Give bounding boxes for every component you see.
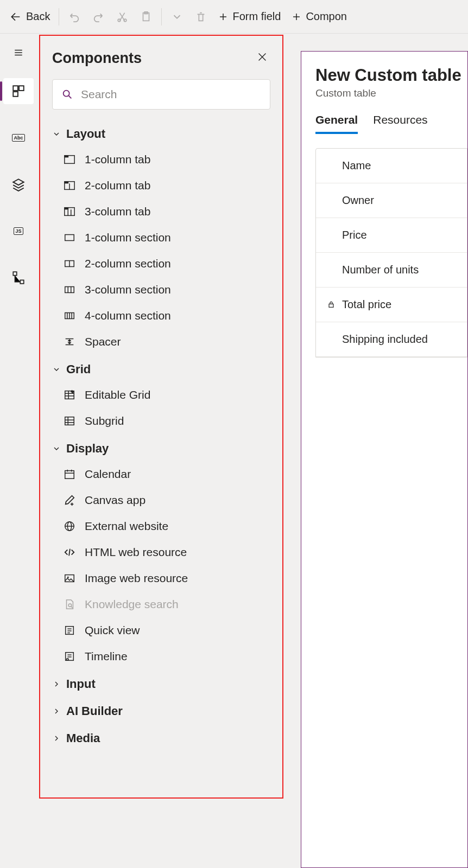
close-icon <box>256 51 268 63</box>
component-item-2-column-section[interactable]: 2-column section <box>52 251 270 277</box>
undo-icon <box>68 11 80 23</box>
item-label: Editable Grid <box>85 388 150 401</box>
group-label: Grid <box>66 362 91 376</box>
component-item-canvas-app[interactable]: Canvas app <box>52 487 270 513</box>
group-label: Input <box>66 677 96 691</box>
component-item-1-column-section[interactable]: 1-column section <box>52 225 270 251</box>
component-item-3-column-tab[interactable]: 3-column tab <box>52 199 270 225</box>
field-shipping-included[interactable]: Shipping included <box>316 322 467 357</box>
paste-button[interactable] <box>134 6 158 28</box>
search-box[interactable] <box>52 79 270 110</box>
preview-tabs: GeneralResources <box>315 113 467 134</box>
component-item-subgrid[interactable]: Subgrid <box>52 408 270 434</box>
item-label: 3-column section <box>85 283 171 296</box>
item-label: 1-column section <box>85 231 171 244</box>
add-component-button[interactable]: Compon <box>286 7 352 26</box>
back-button[interactable]: Back <box>4 7 55 26</box>
abc-icon: Abc <box>12 134 24 142</box>
group-header-layout[interactable]: Layout <box>52 122 270 146</box>
tab-general[interactable]: General <box>315 113 358 134</box>
rail-js[interactable]: JS <box>3 218 34 244</box>
knowledge-icon <box>63 598 76 611</box>
preview-title: New Custom table <box>315 66 467 85</box>
sec3-icon <box>63 283 76 296</box>
component-item-timeline[interactable]: Timeline <box>52 643 270 669</box>
field-name[interactable]: Name <box>316 149 467 183</box>
panel-close-button[interactable] <box>254 49 270 67</box>
trash-icon <box>195 11 207 23</box>
field-owner[interactable]: Owner <box>316 183 467 218</box>
rail-layers[interactable] <box>3 171 34 197</box>
rail-components[interactable] <box>3 78 34 104</box>
chevron-down-icon <box>52 444 61 453</box>
group-label: AI Builder <box>66 704 123 718</box>
spacer-icon <box>63 335 76 348</box>
form-fields: NameOwnerPriceNumber of unitsTotal price… <box>315 148 467 358</box>
add-form-field-button[interactable]: Form field <box>213 7 286 26</box>
field-label: Shipping included <box>342 333 428 345</box>
group-header-input[interactable]: Input <box>52 672 270 697</box>
component-item-editable-grid[interactable]: Editable Grid <box>52 382 270 408</box>
component-item-spacer[interactable]: Spacer <box>52 329 270 355</box>
tab-resources[interactable]: Resources <box>373 113 427 134</box>
group-label: Display <box>66 442 109 456</box>
item-label: 1-column tab <box>85 153 150 166</box>
component-item-quick-view[interactable]: Quick view <box>52 617 270 643</box>
tab1-icon <box>63 153 76 166</box>
item-label: External website <box>85 520 168 533</box>
paste-icon <box>140 11 152 23</box>
editgrid-icon <box>63 388 76 401</box>
field-price[interactable]: Price <box>316 218 467 253</box>
group-label: Media <box>66 731 100 745</box>
item-label: Timeline <box>85 650 128 663</box>
component-item-1-column-tab[interactable]: 1-column tab <box>52 146 270 173</box>
preview-subtitle: Custom table <box>315 87 467 99</box>
canvas-icon <box>63 494 76 507</box>
calendar-icon <box>63 468 76 481</box>
plus-icon <box>292 12 301 22</box>
plus-icon <box>218 12 228 22</box>
chevron-down-icon <box>171 11 183 23</box>
chevron-right-icon <box>52 680 61 688</box>
quickview-icon <box>63 624 76 637</box>
search-icon <box>61 88 73 100</box>
component-item-2-column-tab[interactable]: 2-column tab <box>52 173 270 199</box>
delete-button[interactable] <box>189 6 213 28</box>
component-item-4-column-section[interactable]: 4-column section <box>52 303 270 329</box>
sec1-icon <box>63 231 76 244</box>
redo-icon <box>92 11 104 23</box>
field-label: Number of units <box>342 264 419 276</box>
separator <box>59 8 59 25</box>
field-number-of-units[interactable]: Number of units <box>316 253 467 288</box>
item-label: Canvas app <box>85 494 146 507</box>
component-item-external-website[interactable]: External website <box>52 513 270 539</box>
cut-button[interactable] <box>110 6 134 28</box>
dropdown-button[interactable] <box>165 6 189 28</box>
redo-button[interactable] <box>86 6 110 28</box>
component-item-html-web-resource[interactable]: HTML web resource <box>52 539 270 565</box>
item-label: 2-column tab <box>85 179 150 192</box>
lock-icon <box>327 299 336 312</box>
layers-icon <box>11 177 26 192</box>
chevron-down-icon <box>52 130 61 138</box>
chevron-right-icon <box>52 734 61 743</box>
component-item-image-web-resource[interactable]: Image web resource <box>52 565 270 591</box>
component-item-3-column-section[interactable]: 3-column section <box>52 277 270 303</box>
component-item-calendar[interactable]: Calendar <box>52 461 270 487</box>
group-header-display[interactable]: Display <box>52 436 270 461</box>
search-input[interactable] <box>81 88 261 101</box>
item-label: Subgrid <box>85 414 124 427</box>
rail-tree[interactable] <box>3 265 34 291</box>
undo-button[interactable] <box>62 6 86 28</box>
group-header-grid[interactable]: Grid <box>52 357 270 382</box>
component-label: Compon <box>306 10 347 23</box>
menu-toggle[interactable] <box>12 48 25 58</box>
group-header-ai-builder[interactable]: AI Builder <box>52 699 270 724</box>
rail-abc[interactable]: Abc <box>3 125 34 151</box>
field-total-price[interactable]: Total price <box>316 288 467 322</box>
js-icon: JS <box>14 227 23 235</box>
field-label: Name <box>342 159 371 171</box>
chevron-right-icon <box>52 707 61 716</box>
form-field-label: Form field <box>232 10 281 23</box>
group-header-media[interactable]: Media <box>52 726 270 751</box>
